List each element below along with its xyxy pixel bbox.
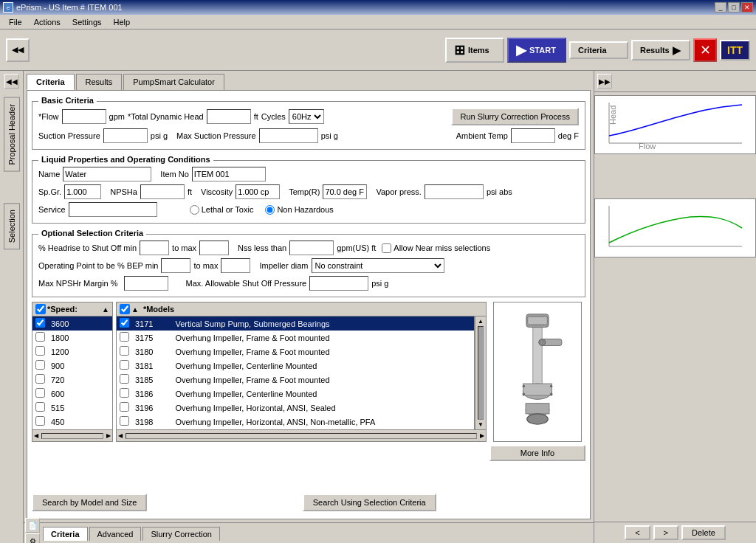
delete-btn[interactable]: Delete bbox=[681, 525, 726, 540]
more-info-btn[interactable]: More Info bbox=[489, 445, 585, 461]
model-row[interactable]: 3171Vertical Sump Pump, Submerged Bearin… bbox=[117, 317, 474, 331]
max-npshr-input[interactable] bbox=[124, 276, 168, 291]
name-input[interactable] bbox=[63, 167, 151, 181]
model-row[interactable]: 3186Overhung Impeller, Centerline Mounte… bbox=[117, 387, 474, 401]
speed-row[interactable]: 1800 bbox=[32, 331, 112, 345]
model-vscroll[interactable]: ▲ ▼ bbox=[475, 316, 487, 430]
speed-sort-icon[interactable]: ▲ bbox=[102, 305, 109, 314]
model-hscroll[interactable]: ◀ ▶ bbox=[116, 430, 487, 442]
window-controls[interactable]: _ □ ✕ bbox=[715, 2, 753, 13]
bottom-icon-page[interactable]: 📄 bbox=[25, 518, 40, 533]
model-row-check[interactable] bbox=[120, 360, 129, 370]
speed-row[interactable]: 450 bbox=[32, 415, 112, 429]
model-row[interactable]: 3185Overhung Impeller, Frame & Foot moun… bbox=[117, 373, 474, 387]
close-btn[interactable]: ✕ bbox=[741, 2, 753, 13]
menu-file[interactable]: File bbox=[3, 16, 28, 28]
service-input[interactable] bbox=[69, 202, 157, 217]
non-haz-radio-label[interactable]: Non Hazardous bbox=[265, 205, 333, 215]
search-by-model-btn[interactable]: Search by Model and Size bbox=[32, 494, 147, 511]
ambient-input[interactable] bbox=[511, 128, 555, 143]
impeller-select[interactable]: No constraint bbox=[312, 258, 444, 273]
speed-row[interactable]: 515 bbox=[32, 401, 112, 415]
nav-prev-btn[interactable]: < bbox=[625, 525, 650, 540]
bottom-tab-slurry[interactable]: Slurry Correction bbox=[142, 527, 220, 541]
menu-settings[interactable]: Settings bbox=[66, 16, 108, 28]
speed-hscroll[interactable]: ◀ ▶ bbox=[32, 430, 113, 442]
max-suction-input[interactable] bbox=[259, 128, 318, 143]
bep-min-input[interactable] bbox=[161, 258, 190, 273]
max-shutoff-input[interactable] bbox=[309, 276, 368, 291]
lethal-radio[interactable] bbox=[190, 205, 199, 215]
model-row-check[interactable] bbox=[120, 374, 129, 384]
bep-max-input[interactable] bbox=[221, 258, 250, 273]
menu-help[interactable]: Help bbox=[108, 16, 137, 28]
right-panel-expand-btn[interactable]: ▶▶ bbox=[597, 74, 612, 89]
search-by-criteria-btn[interactable]: Search Using Selection Criteria bbox=[303, 494, 436, 511]
headrise-min-input[interactable] bbox=[140, 241, 169, 255]
nav-next-btn[interactable]: > bbox=[653, 525, 678, 540]
speed-row[interactable]: 1200 bbox=[32, 345, 112, 359]
non-haz-radio[interactable] bbox=[265, 205, 275, 215]
speed-row-check[interactable] bbox=[35, 360, 45, 370]
tdh-input[interactable] bbox=[207, 109, 251, 124]
spgr-input[interactable] bbox=[64, 184, 101, 199]
allow-near-miss-label[interactable]: Allow Near miss selections bbox=[382, 243, 490, 253]
start-button[interactable]: ▶ START bbox=[507, 38, 566, 63]
suction-input[interactable] bbox=[103, 128, 148, 143]
tab-pumpsmart[interactable]: PumpSmart Calculator bbox=[123, 74, 224, 90]
bottom-icon-gear[interactable]: ⚙ bbox=[25, 533, 40, 543]
sidebar-collapse-btn[interactable]: ◀◀ bbox=[4, 74, 19, 89]
speed-scroll[interactable]: 360018001200900720600515450 bbox=[32, 316, 113, 430]
items-button[interactable]: ⊞ Items bbox=[445, 38, 504, 63]
nss-input[interactable] bbox=[289, 241, 334, 255]
model-select-all[interactable] bbox=[120, 304, 130, 314]
tab-criteria[interactable]: Criteria bbox=[27, 74, 75, 90]
cycles-select[interactable]: 60Hz 50Hz bbox=[289, 109, 324, 124]
npshr-input[interactable] bbox=[140, 184, 185, 199]
sidebar-proposal-header[interactable]: Proposal Header bbox=[4, 97, 20, 172]
maximize-btn[interactable]: □ bbox=[728, 2, 740, 13]
tab-results[interactable]: Results bbox=[76, 74, 123, 90]
speed-row-check[interactable] bbox=[35, 346, 45, 356]
speed-row[interactable]: 3600 bbox=[32, 317, 112, 331]
speed-row-check[interactable] bbox=[35, 402, 45, 412]
close-toolbar-btn[interactable]: ✕ bbox=[693, 38, 717, 62]
model-row[interactable]: 3180Overhung Impeller, Frame & Foot moun… bbox=[117, 345, 474, 359]
model-row-check[interactable] bbox=[120, 346, 129, 356]
speed-row-check[interactable] bbox=[35, 374, 45, 384]
model-row[interactable]: 3196Overhung Impeller, Horizontal, ANSI,… bbox=[117, 401, 474, 415]
model-row-check[interactable] bbox=[120, 388, 129, 398]
bottom-tab-criteria[interactable]: Criteria bbox=[43, 527, 88, 541]
results-button[interactable]: Results ▶ bbox=[631, 40, 690, 60]
item-no-input[interactable] bbox=[192, 167, 266, 181]
speed-row-check[interactable] bbox=[35, 416, 45, 426]
model-row-check[interactable] bbox=[120, 416, 129, 426]
flow-input[interactable] bbox=[62, 109, 106, 124]
vapor-input[interactable] bbox=[425, 184, 484, 199]
allow-near-miss-check[interactable] bbox=[382, 243, 391, 253]
criteria-button[interactable]: Criteria bbox=[569, 41, 628, 59]
model-row-check[interactable] bbox=[120, 402, 129, 412]
speed-row[interactable]: 900 bbox=[32, 359, 112, 373]
speed-row[interactable]: 600 bbox=[32, 387, 112, 401]
speed-row-check[interactable] bbox=[35, 332, 45, 342]
lethal-radio-label[interactable]: Lethal or Toxic bbox=[190, 205, 254, 215]
model-scroll[interactable]: 3171Vertical Sump Pump, Submerged Bearin… bbox=[116, 316, 475, 430]
slurry-btn[interactable]: Run Slurry Correction Process bbox=[451, 108, 579, 125]
minimize-btn[interactable]: _ bbox=[715, 2, 726, 13]
temp-input[interactable] bbox=[323, 184, 367, 199]
model-row-check[interactable] bbox=[120, 332, 129, 342]
speed-row-check[interactable] bbox=[35, 388, 45, 398]
speed-select-all[interactable] bbox=[35, 304, 46, 314]
model-row[interactable]: 3181Overhung Impeller, Centerline Mounte… bbox=[117, 359, 474, 373]
menu-actions[interactable]: Actions bbox=[28, 16, 66, 28]
model-row[interactable]: 3175Overhung Impeller, Frame & Foot moun… bbox=[117, 331, 474, 345]
viscosity-input[interactable] bbox=[236, 184, 280, 199]
toolbar-left-arrow[interactable]: ◀◀ bbox=[6, 38, 30, 62]
bottom-tab-advanced[interactable]: Advanced bbox=[89, 527, 142, 541]
speed-row[interactable]: 720 bbox=[32, 373, 112, 387]
speed-row-check[interactable] bbox=[35, 318, 45, 328]
sidebar-selection[interactable]: Selection bbox=[4, 203, 20, 249]
model-row-check[interactable] bbox=[120, 318, 129, 328]
model-row[interactable]: 3198Overhung Impeller, Horizontal, ANSI,… bbox=[117, 415, 474, 429]
